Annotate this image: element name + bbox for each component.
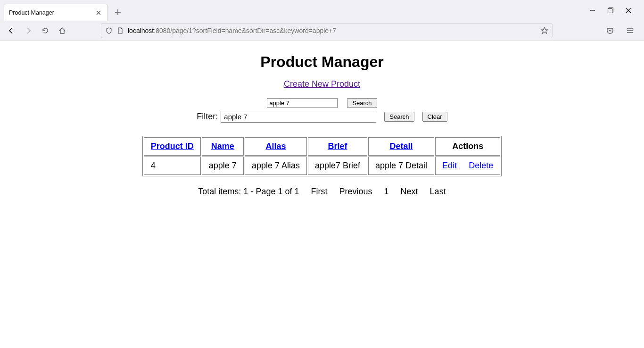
cell-actions: Edit Delete — [435, 157, 500, 175]
menu-icon[interactable] — [623, 24, 636, 37]
pager-summary: Total items: 1 - Page 1 of 1 — [198, 187, 299, 196]
close-window-icon[interactable] — [624, 6, 633, 15]
filter-clear-button[interactable]: Clear — [422, 112, 447, 122]
cell-alias: apple 7 Alias — [245, 157, 307, 175]
browser-chrome: Product Manager localhost:8080/page/1?so… — [0, 0, 644, 41]
pager-next[interactable]: Next — [401, 187, 418, 196]
table-row: 4 apple 7 apple 7 Alias apple7 Brief app… — [144, 157, 500, 175]
search-line-1: Search — [0, 98, 644, 108]
col-brief[interactable]: Brief — [328, 141, 347, 151]
reload-button[interactable] — [39, 24, 52, 37]
col-name[interactable]: Name — [211, 141, 234, 151]
page-content: Product Manager Create New Product Searc… — [0, 41, 644, 197]
tab-title: Product Manager — [9, 9, 95, 16]
maximize-icon[interactable] — [606, 6, 615, 15]
browser-tab[interactable]: Product Manager — [4, 4, 107, 21]
products-table: Product ID Name Alias Brief Detail Actio… — [142, 136, 502, 176]
cell-name: apple 7 — [202, 157, 244, 175]
pocket-icon[interactable] — [603, 24, 617, 37]
pager-first[interactable]: First — [311, 187, 327, 196]
forward-button[interactable] — [22, 24, 35, 37]
pager-current: 1 — [384, 187, 389, 196]
filter-label: Filter: — [197, 112, 218, 122]
cell-detail: apple 7 Detail — [368, 157, 434, 175]
svg-rect-1 — [608, 9, 612, 13]
pager: Total items: 1 - Page 1 of 1 First Previ… — [0, 187, 644, 197]
search-input-1[interactable] — [267, 98, 338, 108]
search-button-1[interactable]: Search — [347, 98, 377, 108]
close-icon[interactable] — [95, 9, 102, 17]
address-bar[interactable]: localhost:8080/page/1?sortField=name&sor… — [101, 23, 553, 38]
pager-last[interactable]: Last — [430, 187, 446, 196]
url-path: :8080/page/1?sortField=name&sortDir=asc&… — [154, 27, 336, 34]
minimize-icon[interactable] — [588, 6, 597, 15]
filter-line: Filter: Search Clear — [0, 111, 644, 123]
col-alias[interactable]: Alias — [265, 141, 286, 151]
browser-toolbar: localhost:8080/page/1?sortField=name&sor… — [0, 21, 644, 41]
new-tab-button[interactable] — [111, 6, 124, 19]
url-text: localhost:8080/page/1?sortField=name&sor… — [128, 27, 537, 34]
back-button[interactable] — [5, 24, 18, 37]
delete-link[interactable]: Delete — [469, 161, 493, 170]
pager-prev[interactable]: Previous — [339, 187, 372, 196]
home-button[interactable] — [56, 24, 69, 37]
edit-link[interactable]: Edit — [442, 161, 457, 170]
cell-brief: apple7 Brief — [308, 157, 367, 175]
col-actions: Actions — [435, 137, 500, 156]
filter-search-button[interactable]: Search — [384, 112, 414, 122]
toolbar-right — [603, 24, 639, 37]
window-controls — [588, 0, 640, 21]
filter-input[interactable] — [221, 111, 376, 123]
page-title: Product Manager — [0, 53, 644, 71]
col-detail[interactable]: Detail — [390, 141, 413, 151]
url-host: localhost — [128, 27, 154, 34]
cell-id: 4 — [144, 157, 201, 175]
bookmark-icon[interactable] — [541, 27, 548, 34]
table-header-row: Product ID Name Alias Brief Detail Actio… — [144, 137, 500, 156]
tab-strip: Product Manager — [0, 0, 644, 21]
col-product-id[interactable]: Product ID — [151, 141, 194, 151]
shield-icon — [105, 27, 113, 34]
create-product-link[interactable]: Create New Product — [284, 79, 360, 89]
page-icon — [116, 27, 124, 34]
